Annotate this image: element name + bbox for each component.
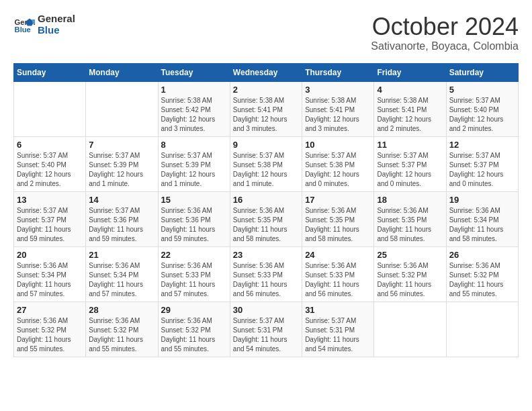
page-header: General Blue General Blue October 2024 S… <box>13 13 519 52</box>
day-cell: 23Sunrise: 5:36 AM Sunset: 5:33 PM Dayli… <box>230 246 302 302</box>
day-number: 30 <box>233 305 299 315</box>
day-number: 31 <box>305 305 371 315</box>
day-info: Sunrise: 5:38 AM Sunset: 5:41 PM Dayligh… <box>233 96 299 134</box>
day-number: 13 <box>17 195 83 205</box>
day-number: 8 <box>161 140 227 150</box>
day-cell: 2Sunrise: 5:38 AM Sunset: 5:41 PM Daylig… <box>230 81 302 136</box>
day-info: Sunrise: 5:36 AM Sunset: 5:32 PM Dayligh… <box>449 261 515 299</box>
day-cell: 25Sunrise: 5:36 AM Sunset: 5:32 PM Dayli… <box>374 246 446 302</box>
col-tuesday: Tuesday <box>158 63 230 81</box>
day-cell: 28Sunrise: 5:36 AM Sunset: 5:32 PM Dayli… <box>86 302 158 357</box>
col-monday: Monday <box>86 63 158 81</box>
col-saturday: Saturday <box>446 63 518 81</box>
day-number: 27 <box>17 305 83 315</box>
day-info: Sunrise: 5:37 AM Sunset: 5:37 PM Dayligh… <box>377 151 443 189</box>
col-thursday: Thursday <box>302 63 374 81</box>
day-info: Sunrise: 5:37 AM Sunset: 5:39 PM Dayligh… <box>89 151 154 189</box>
col-sunday: Sunday <box>14 63 86 81</box>
col-friday: Friday <box>374 63 446 81</box>
day-info: Sunrise: 5:36 AM Sunset: 5:33 PM Dayligh… <box>233 261 299 299</box>
day-number: 23 <box>233 250 299 260</box>
day-cell: 9Sunrise: 5:37 AM Sunset: 5:38 PM Daylig… <box>230 136 302 191</box>
day-info: Sunrise: 5:37 AM Sunset: 5:31 PM Dayligh… <box>233 316 299 354</box>
day-number: 15 <box>161 195 227 205</box>
day-number: 26 <box>449 250 515 260</box>
day-info: Sunrise: 5:37 AM Sunset: 5:40 PM Dayligh… <box>449 96 515 134</box>
day-cell: 27Sunrise: 5:36 AM Sunset: 5:32 PM Dayli… <box>14 302 86 357</box>
day-number: 18 <box>377 195 443 205</box>
day-info: Sunrise: 5:37 AM Sunset: 5:40 PM Dayligh… <box>17 151 83 189</box>
day-info: Sunrise: 5:37 AM Sunset: 5:37 PM Dayligh… <box>449 151 515 189</box>
title-block: October 2024 Sativanorte, Boyaca, Colomb… <box>371 13 519 52</box>
day-cell: 19Sunrise: 5:36 AM Sunset: 5:34 PM Dayli… <box>446 191 518 246</box>
day-cell: 14Sunrise: 5:37 AM Sunset: 5:36 PM Dayli… <box>86 191 158 246</box>
day-cell: 15Sunrise: 5:36 AM Sunset: 5:36 PM Dayli… <box>158 191 230 246</box>
day-cell: 17Sunrise: 5:36 AM Sunset: 5:35 PM Dayli… <box>302 191 374 246</box>
day-cell <box>446 302 518 357</box>
day-number: 7 <box>89 140 154 150</box>
col-wednesday: Wednesday <box>230 63 302 81</box>
day-number: 9 <box>233 140 299 150</box>
day-number: 4 <box>377 85 443 95</box>
day-info: Sunrise: 5:38 AM Sunset: 5:41 PM Dayligh… <box>377 96 443 134</box>
day-number: 24 <box>305 250 371 260</box>
day-number: 3 <box>305 85 371 95</box>
day-cell: 3Sunrise: 5:38 AM Sunset: 5:41 PM Daylig… <box>302 81 374 136</box>
day-number: 12 <box>449 140 515 150</box>
day-info: Sunrise: 5:36 AM Sunset: 5:36 PM Dayligh… <box>161 206 227 244</box>
day-number: 2 <box>233 85 299 95</box>
day-info: Sunrise: 5:37 AM Sunset: 5:38 PM Dayligh… <box>233 151 299 189</box>
day-info: Sunrise: 5:36 AM Sunset: 5:34 PM Dayligh… <box>449 206 515 244</box>
calendar-body: 1Sunrise: 5:38 AM Sunset: 5:42 PM Daylig… <box>14 81 519 357</box>
day-cell: 10Sunrise: 5:37 AM Sunset: 5:38 PM Dayli… <box>302 136 374 191</box>
day-cell: 26Sunrise: 5:36 AM Sunset: 5:32 PM Dayli… <box>446 246 518 302</box>
day-cell: 5Sunrise: 5:37 AM Sunset: 5:40 PM Daylig… <box>446 81 518 136</box>
day-number: 28 <box>89 305 154 315</box>
calendar-header: Sunday Monday Tuesday Wednesday Thursday… <box>14 63 519 81</box>
day-info: Sunrise: 5:36 AM Sunset: 5:32 PM Dayligh… <box>377 261 443 299</box>
day-cell: 12Sunrise: 5:37 AM Sunset: 5:37 PM Dayli… <box>446 136 518 191</box>
day-cell: 8Sunrise: 5:37 AM Sunset: 5:39 PM Daylig… <box>158 136 230 191</box>
day-cell <box>374 302 446 357</box>
day-number: 5 <box>449 85 515 95</box>
day-info: Sunrise: 5:36 AM Sunset: 5:32 PM Dayligh… <box>161 316 227 354</box>
day-cell: 20Sunrise: 5:36 AM Sunset: 5:34 PM Dayli… <box>14 246 86 302</box>
day-cell: 13Sunrise: 5:37 AM Sunset: 5:37 PM Dayli… <box>14 191 86 246</box>
day-info: Sunrise: 5:37 AM Sunset: 5:36 PM Dayligh… <box>89 206 154 244</box>
day-cell: 21Sunrise: 5:36 AM Sunset: 5:34 PM Dayli… <box>86 246 158 302</box>
day-cell: 31Sunrise: 5:37 AM Sunset: 5:31 PM Dayli… <box>302 302 374 357</box>
day-cell: 22Sunrise: 5:36 AM Sunset: 5:33 PM Dayli… <box>158 246 230 302</box>
day-cell: 1Sunrise: 5:38 AM Sunset: 5:42 PM Daylig… <box>158 81 230 136</box>
day-number: 19 <box>449 195 515 205</box>
day-number: 11 <box>377 140 443 150</box>
day-cell: 6Sunrise: 5:37 AM Sunset: 5:40 PM Daylig… <box>14 136 86 191</box>
day-cell: 29Sunrise: 5:36 AM Sunset: 5:32 PM Dayli… <box>158 302 230 357</box>
day-number: 10 <box>305 140 371 150</box>
logo-line2: Blue <box>38 25 75 36</box>
day-cell: 16Sunrise: 5:36 AM Sunset: 5:35 PM Dayli… <box>230 191 302 246</box>
day-cell: 4Sunrise: 5:38 AM Sunset: 5:41 PM Daylig… <box>374 81 446 136</box>
svg-text:Blue: Blue <box>15 26 31 34</box>
day-number: 25 <box>377 250 443 260</box>
day-cell: 11Sunrise: 5:37 AM Sunset: 5:37 PM Dayli… <box>374 136 446 191</box>
day-info: Sunrise: 5:36 AM Sunset: 5:34 PM Dayligh… <box>89 261 154 299</box>
day-info: Sunrise: 5:36 AM Sunset: 5:33 PM Dayligh… <box>305 261 371 299</box>
week-row-3: 13Sunrise: 5:37 AM Sunset: 5:37 PM Dayli… <box>14 191 519 246</box>
logo-line1: General <box>38 13 75 25</box>
day-info: Sunrise: 5:36 AM Sunset: 5:32 PM Dayligh… <box>17 316 83 354</box>
day-info: Sunrise: 5:36 AM Sunset: 5:32 PM Dayligh… <box>89 316 154 354</box>
week-row-2: 6Sunrise: 5:37 AM Sunset: 5:40 PM Daylig… <box>14 136 519 191</box>
day-number: 16 <box>233 195 299 205</box>
day-info: Sunrise: 5:37 AM Sunset: 5:37 PM Dayligh… <box>17 206 83 244</box>
location-subtitle: Sativanorte, Boyaca, Colombia <box>371 40 519 52</box>
day-number: 17 <box>305 195 371 205</box>
week-row-5: 27Sunrise: 5:36 AM Sunset: 5:32 PM Dayli… <box>14 302 519 357</box>
month-title: October 2024 <box>371 13 519 40</box>
week-row-1: 1Sunrise: 5:38 AM Sunset: 5:42 PM Daylig… <box>14 81 519 136</box>
week-row-4: 20Sunrise: 5:36 AM Sunset: 5:34 PM Dayli… <box>14 246 519 302</box>
day-cell: 18Sunrise: 5:36 AM Sunset: 5:35 PM Dayli… <box>374 191 446 246</box>
day-info: Sunrise: 5:36 AM Sunset: 5:35 PM Dayligh… <box>233 206 299 244</box>
day-cell <box>86 81 158 136</box>
day-number: 20 <box>17 250 83 260</box>
header-row: Sunday Monday Tuesday Wednesday Thursday… <box>14 63 519 81</box>
